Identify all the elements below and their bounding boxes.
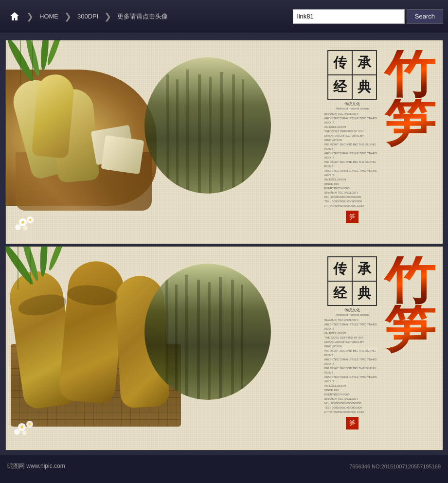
svg-point-10 xyxy=(21,221,24,224)
seal-2: 笋 xyxy=(346,417,358,429)
panel-2-text-overlay: 传 承 经 典 传统文化 Medicinal material culture … xyxy=(324,256,435,429)
nav-more-label[interactable]: 更多请请点击头像 xyxy=(113,12,172,21)
svg-rect-40 xyxy=(208,282,211,407)
svg-rect-21 xyxy=(242,79,244,201)
bamboo-leaves-top-left-1 xyxy=(6,40,74,113)
svg-point-9 xyxy=(23,226,28,231)
search-area: Search xyxy=(293,9,443,24)
char-zhu-1: 竹 xyxy=(384,50,435,99)
char-sun-1: 笋 xyxy=(384,99,435,147)
char-jing-2: 经 xyxy=(328,281,352,305)
char-dian-2: 典 xyxy=(352,281,376,305)
char-jing-1: 经 xyxy=(328,75,352,99)
bottom-logo: 昵图网 www.nipic.com xyxy=(7,462,65,470)
chars-grid-2: 传 承 经 典 xyxy=(327,256,377,306)
main-content: 传 承 经 典 传统文化 Medicinal material culture … xyxy=(0,33,448,455)
navbar: ❯ HOME ❯ 300DPI ❯ 更多请请点击头像 Search xyxy=(0,0,448,33)
nav-arrow-2: ❯ xyxy=(64,11,72,22)
title-chars-1: 竹 笋 xyxy=(384,50,435,147)
svg-rect-36 xyxy=(165,280,168,407)
tradition-text-1: 传统文化 Medicinal material culture xyxy=(336,101,369,111)
svg-point-30 xyxy=(14,429,20,435)
svg-point-13 xyxy=(144,57,271,194)
svg-rect-41 xyxy=(219,277,222,407)
char-dian-1: 典 xyxy=(352,75,376,99)
svg-point-8 xyxy=(15,224,21,230)
forest-blob-2 xyxy=(137,256,278,407)
nav-home-label[interactable]: HOME xyxy=(36,13,62,20)
svg-point-35 xyxy=(144,264,271,400)
svg-rect-14 xyxy=(166,74,169,201)
search-button[interactable]: Search xyxy=(407,9,443,24)
char-cheng-2: 承 xyxy=(352,257,376,281)
char-sun-2: 笋 xyxy=(384,305,435,354)
svg-rect-16 xyxy=(186,70,189,201)
chars-grid-1: 传 承 经 典 xyxy=(327,50,377,100)
svg-rect-42 xyxy=(231,280,234,407)
svg-point-31 xyxy=(22,430,27,435)
char-chuan-2: 传 xyxy=(328,257,352,281)
desc-text-1: SHAANXI TECHNOLOGY, ARCHITECTURAL STYLE … xyxy=(324,112,380,208)
svg-rect-17 xyxy=(198,74,201,201)
search-input[interactable] xyxy=(293,9,405,24)
svg-rect-38 xyxy=(185,275,188,407)
panel-1: 传 承 经 典 传统文化 Medicinal material culture … xyxy=(5,40,443,244)
svg-rect-20 xyxy=(232,74,235,201)
panel-1-text-overlay: 传 承 经 典 传统文化 Medicinal material culture … xyxy=(324,50,435,223)
panel-2: 传 承 经 典 传统文化 Medicinal material culture … xyxy=(5,246,443,450)
seal-1: 笋 xyxy=(346,211,358,223)
svg-point-33 xyxy=(28,423,31,426)
svg-point-32 xyxy=(20,426,23,429)
tradition-text-2: 传统文化 Medicinal material culture xyxy=(336,307,369,317)
bottom-bar: 昵图网 www.nipic.com 7656346 NO:20151007120… xyxy=(0,458,448,475)
svg-rect-18 xyxy=(209,77,212,201)
bamboo-leaves-top-left-2 xyxy=(6,247,79,324)
info-column-1: 传 承 经 典 传统文化 Medicinal material culture … xyxy=(324,50,380,223)
char-cheng-1: 承 xyxy=(352,51,376,75)
svg-point-25 xyxy=(47,247,67,271)
char-chuan-1: 传 xyxy=(328,51,352,75)
svg-rect-19 xyxy=(220,72,223,201)
svg-rect-43 xyxy=(241,285,243,407)
flowers-2 xyxy=(8,402,47,443)
svg-rect-39 xyxy=(197,280,200,407)
svg-rect-37 xyxy=(175,285,178,407)
desc-text-2: SHAANXI TECHNOLOGY, ARCHITECTURAL STYLE … xyxy=(324,318,380,414)
svg-rect-15 xyxy=(176,79,179,201)
title-chars-2: 竹 笋 xyxy=(384,256,435,354)
flowers-1 xyxy=(8,198,47,239)
nav-dpi-label[interactable]: 300DPI xyxy=(73,13,102,20)
forest-blob-1 xyxy=(137,50,278,201)
svg-point-11 xyxy=(29,219,31,221)
svg-point-24 xyxy=(39,247,48,277)
nav-arrow-3: ❯ xyxy=(104,11,111,22)
home-icon[interactable] xyxy=(5,7,24,26)
info-column-2: 传 承 经 典 传统文化 Medicinal material culture … xyxy=(324,256,380,429)
svg-point-2 xyxy=(39,40,50,71)
bottom-info: 7656346 NO:20151007120557195169 xyxy=(349,464,441,469)
nav-arrow-1: ❯ xyxy=(26,11,34,22)
char-zhu-2: 竹 xyxy=(384,256,435,305)
